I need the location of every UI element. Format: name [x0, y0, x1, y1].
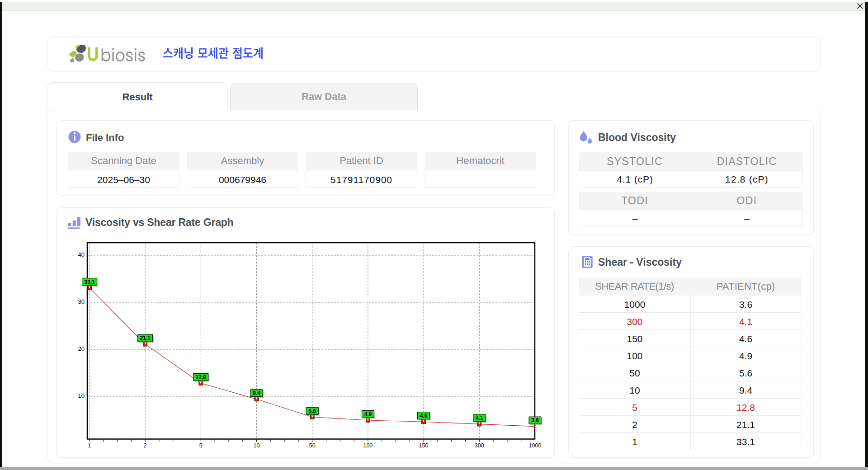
svg-text:2: 2	[144, 442, 147, 449]
svg-text:5.6: 5.6	[308, 408, 316, 414]
svg-text:9.4: 9.4	[253, 390, 260, 396]
svg-text:150: 150	[419, 442, 429, 449]
svg-text:4.1: 4.1	[476, 415, 483, 421]
svg-text:300: 300	[475, 442, 484, 449]
svg-text:30: 30	[78, 298, 85, 305]
svg-text:10: 10	[254, 442, 260, 449]
svg-text:5: 5	[199, 442, 203, 449]
svg-text:1000: 1000	[529, 442, 542, 449]
svg-text:3.6: 3.6	[531, 417, 539, 423]
svg-text:10: 10	[78, 392, 85, 399]
svg-text:100: 100	[363, 442, 373, 449]
svg-text:20: 20	[78, 345, 85, 352]
svg-text:40: 40	[78, 251, 85, 258]
svg-text:21.1: 21.1	[140, 335, 151, 341]
svg-text:1: 1	[88, 442, 91, 449]
svg-text:4.9: 4.9	[364, 411, 372, 418]
svg-text:50: 50	[309, 442, 316, 449]
svg-text:4.6: 4.6	[420, 413, 428, 419]
svg-text:33.1: 33.1	[84, 279, 95, 285]
svg-text:12.8: 12.8	[196, 374, 207, 381]
